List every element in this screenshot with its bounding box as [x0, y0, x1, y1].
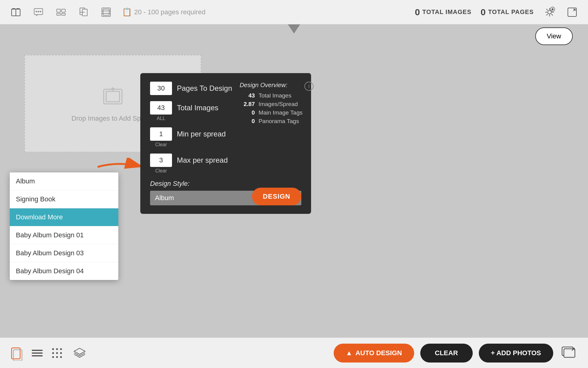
pages-required: 📋 20 - 100 pages required [122, 7, 206, 17]
canvas-area: Drop Images to Add Spread i Design Overv… [0, 24, 588, 338]
dropdown-item-album[interactable]: Album [10, 172, 118, 190]
bottom-pages-icon[interactable] [9, 345, 26, 361]
svg-rect-5 [57, 9, 60, 12]
svg-point-4 [40, 11, 41, 12]
total-images-input[interactable] [150, 101, 172, 115]
info-icon[interactable]: i [304, 82, 314, 91]
overview-row-0: 43 Total Images [240, 92, 303, 99]
drop-icon [101, 85, 125, 110]
svg-text:+: + [552, 8, 554, 11]
total-images-sub: ALL [157, 116, 165, 121]
dropdown-item-signing-book[interactable]: Signing Book [10, 190, 118, 208]
export-icon[interactable] [565, 5, 579, 19]
svg-point-27 [56, 348, 58, 350]
style-dropdown-list: Album Signing Book Download More Baby Al… [10, 172, 118, 280]
svg-point-26 [52, 348, 54, 350]
svg-rect-13 [103, 9, 109, 15]
svg-rect-37 [564, 349, 575, 357]
max-per-spread-input[interactable] [150, 154, 172, 167]
grid-lines-icon[interactable] [32, 350, 43, 356]
design-style-label: Design Style: [150, 180, 301, 188]
auto-design-icon: ▲ [346, 349, 353, 357]
align-icon[interactable] [54, 5, 68, 19]
auto-design-label: AUTO DESIGN [355, 349, 402, 357]
add-photos-button[interactable]: + ADD PHOTOS [479, 344, 553, 363]
pages-to-design-input-group [150, 82, 172, 95]
svg-rect-7 [57, 13, 60, 15]
svg-rect-6 [62, 9, 65, 12]
design-overview: Design Overview: 43 Total Images 2.87 Im… [240, 82, 303, 126]
min-clear-btn[interactable]: Clear [155, 142, 167, 147]
total-images-input-group: ALL [150, 101, 172, 121]
book-icon[interactable] [9, 5, 23, 19]
svg-point-30 [56, 352, 58, 354]
overview-row-1: 2.87 Images/Spread [240, 101, 303, 108]
top-toolbar: 📋 20 - 100 pages required 0 TOTAL IMAGES… [0, 0, 588, 24]
overview-row-3: 0 Panorama Tags [240, 118, 303, 125]
svg-point-16 [548, 10, 551, 14]
max-clear-btn[interactable]: Clear [155, 168, 167, 174]
min-per-spread-row: Clear Min per spread [150, 127, 301, 147]
min-per-spread-input[interactable] [150, 127, 172, 141]
total-pages-stat: 0 TOTAL PAGES [481, 7, 534, 17]
pages-req-icon: 📋 [122, 7, 132, 17]
clear-button[interactable]: CLEAR [420, 344, 473, 363]
svg-point-34 [60, 356, 62, 358]
dropdown-item-baby-04[interactable]: Baby Album Design 04 [10, 262, 118, 280]
design-button[interactable]: DESIGN [252, 188, 301, 205]
svg-rect-22 [106, 91, 120, 102]
max-per-spread-row: Clear Max per spread [150, 154, 301, 174]
overview-row-2: 0 Main Image Tags [240, 109, 303, 116]
bottom-layers-icon[interactable] [71, 345, 88, 361]
pages-to-design-input[interactable] [150, 82, 172, 95]
selected-style: Album [155, 194, 174, 202]
bottom-toolbar: ▲ AUTO DESIGN CLEAR + ADD PHOTOS [0, 338, 588, 368]
min-per-spread-input-group: Clear [150, 127, 172, 147]
svg-point-29 [52, 352, 54, 354]
settings-icon[interactable]: + [543, 5, 556, 19]
svg-point-32 [52, 356, 54, 358]
auto-design-button[interactable]: ▲ AUTO DESIGN [334, 344, 414, 363]
bottom-export-icon[interactable] [559, 345, 579, 361]
svg-rect-8 [62, 13, 65, 15]
svg-point-3 [38, 11, 39, 12]
dots-grid-icon[interactable] [49, 345, 65, 361]
design-modal: i Design Overview: 43 Total Images 2.87 … [140, 73, 311, 214]
chat-icon[interactable] [32, 5, 45, 19]
view-button[interactable]: View [535, 27, 573, 45]
total-images-label: Total Images [177, 101, 218, 112]
max-per-spread-input-group: Clear [150, 154, 172, 174]
svg-point-28 [60, 348, 62, 350]
svg-point-31 [60, 352, 62, 354]
overview-title: Design Overview: [240, 82, 303, 89]
total-images-stat: 0 TOTAL IMAGES [415, 7, 471, 17]
pages-to-design-label: Pages To Design [177, 82, 232, 93]
dropdown-item-download-more[interactable]: Download More [10, 208, 118, 226]
dropdown-item-baby-03[interactable]: Baby Album Design 03 [10, 244, 118, 262]
pages-icon[interactable] [77, 5, 90, 19]
dropdown-item-baby-01[interactable]: Baby Album Design 01 [10, 226, 118, 244]
max-per-spread-label: Max per spread [177, 154, 228, 165]
svg-point-2 [36, 11, 37, 12]
svg-marker-20 [288, 24, 300, 34]
svg-point-33 [56, 356, 58, 358]
layers-icon[interactable] [99, 5, 113, 19]
min-per-spread-label: Min per spread [177, 127, 226, 138]
